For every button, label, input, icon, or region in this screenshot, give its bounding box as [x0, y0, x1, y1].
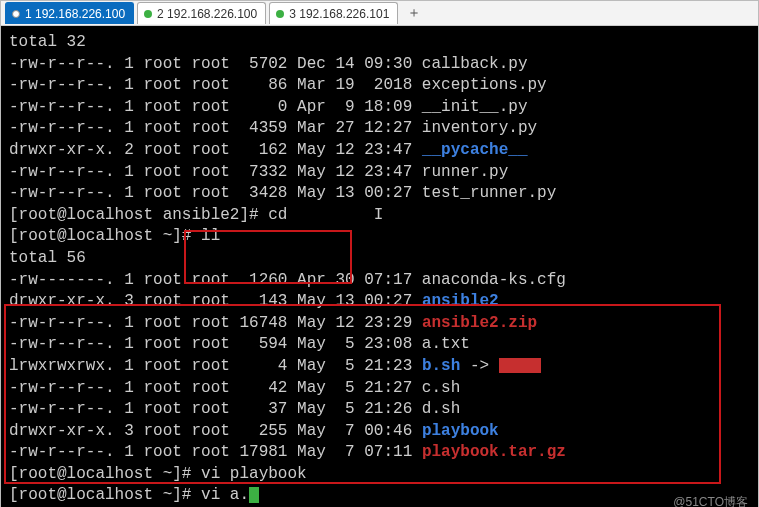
prompt-line: [root@localhost ansible2]# cd I: [9, 205, 750, 227]
total-line: total 32: [9, 32, 750, 54]
listing-row: -rw-r--r--. 1 root root 594 May 5 23:08 …: [9, 334, 750, 356]
listing-row: drwxr-xr-x. 3 root root 143 May 13 00:27…: [9, 291, 750, 313]
new-tab-button[interactable]: ＋: [407, 4, 421, 22]
listing-row: lrwxrwxrwx. 1 root root 4 May 5 21:23 b.…: [9, 356, 750, 378]
listing-row: -rw-------. 1 root root 1260 Apr 30 07:1…: [9, 270, 750, 292]
listing-row: drwxr-xr-x. 2 root root 162 May 12 23:47…: [9, 140, 750, 162]
listing-row: -rw-r--r--. 1 root root 0 Apr 9 18:09 __…: [9, 97, 750, 119]
status-dot-icon: [144, 10, 152, 18]
listing-row: -rw-r--r--. 1 root root 16748 May 12 23:…: [9, 313, 750, 335]
status-dot-icon: [276, 10, 284, 18]
watermark: @51CTO博客: [673, 494, 748, 507]
tab-label: 2 192.168.226.100: [157, 7, 257, 21]
tab-label: 1 192.168.226.100: [25, 7, 125, 21]
listing-row: -rw-r--r--. 1 root root 3428 May 13 00:2…: [9, 183, 750, 205]
listing-row: -rw-r--r--. 1 root root 86 Mar 19 2018 e…: [9, 75, 750, 97]
cursor: [249, 487, 259, 503]
tab-0[interactable]: 1 192.168.226.100: [5, 2, 134, 24]
listing-row: -rw-r--r--. 1 root root 4359 Mar 27 12:2…: [9, 118, 750, 140]
listing-row: -rw-r--r--. 1 root root 42 May 5 21:27 c…: [9, 378, 750, 400]
listing-row: -rw-r--r--. 1 root root 17981 May 7 07:1…: [9, 442, 750, 464]
tab-label: 3 192.168.226.101: [289, 7, 389, 21]
prompt-line: [root@localhost ~]# ll: [9, 226, 750, 248]
total-line: total 56: [9, 248, 750, 270]
listing-row: drwxr-xr-x. 3 root root 255 May 7 00:46 …: [9, 421, 750, 443]
tab-1[interactable]: 2 192.168.226.100: [137, 2, 266, 24]
terminal-window: 1 192.168.226.1002 192.168.226.1003 192.…: [0, 0, 759, 507]
tab-bar: 1 192.168.226.1002 192.168.226.1003 192.…: [1, 1, 758, 26]
listing-row: -rw-r--r--. 1 root root 37 May 5 21:26 d…: [9, 399, 750, 421]
listing-row: -rw-r--r--. 1 root root 7332 May 12 23:4…: [9, 162, 750, 184]
terminal-pane[interactable]: total 32-rw-r--r--. 1 root root 5702 Dec…: [1, 26, 758, 507]
tab-2[interactable]: 3 192.168.226.101: [269, 2, 398, 24]
prompt-line: [root@localhost ~]# vi playbook: [9, 464, 750, 486]
listing-row: -rw-r--r--. 1 root root 5702 Dec 14 09:3…: [9, 54, 750, 76]
status-dot-icon: [12, 10, 20, 18]
prompt-line: [root@localhost ~]# vi a.: [9, 485, 750, 507]
